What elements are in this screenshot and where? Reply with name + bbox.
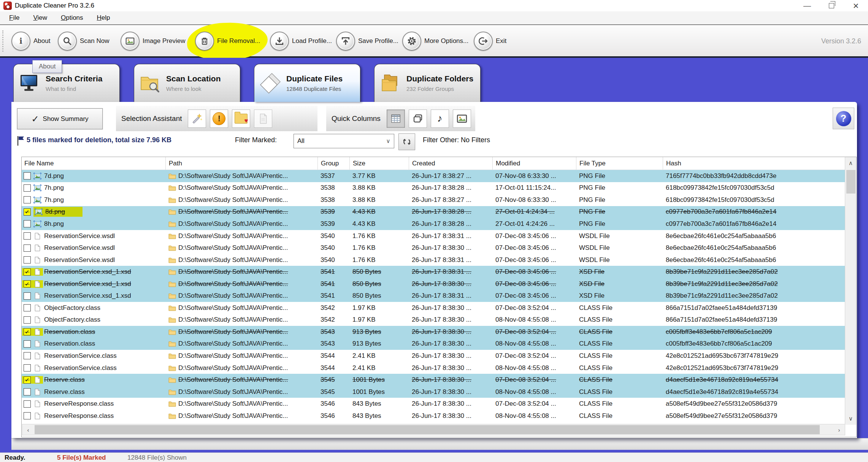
- row-checkbox[interactable]: [24, 400, 31, 408]
- restore-button[interactable]: [819, 0, 844, 11]
- scroll-right-icon[interactable]: ›: [833, 424, 845, 435]
- table-row[interactable]: ✓ ReservationService.xsd_1.xsd D:\Softwa…: [22, 278, 845, 290]
- row-checkbox[interactable]: ✓: [24, 208, 31, 216]
- more-options-button[interactable]: More Options...: [402, 26, 468, 56]
- table-row[interactable]: 7h.png D:\Software\Study Soft\JAVA\Prent…: [22, 182, 845, 194]
- row-checkbox[interactable]: [24, 256, 31, 264]
- column-header-modified[interactable]: Modified: [492, 157, 576, 170]
- tab-duplicate-files[interactable]: Duplicate Files12848 Duplicate Files: [254, 64, 360, 102]
- toolbar-gripper[interactable]: [2, 30, 3, 52]
- file-path: D:\Software\Study Soft\JAVA\Prentic...: [178, 184, 288, 192]
- table-row[interactable]: ✓ 8d.png D:\Software\Study Soft\JAVA\Pre…: [22, 206, 845, 218]
- tab-search-criteria[interactable]: Search CriteriaWhat to find: [13, 64, 120, 102]
- monitor-icon: [19, 73, 40, 94]
- row-checkbox[interactable]: [24, 172, 31, 179]
- minimize-button[interactable]: —: [795, 0, 819, 11]
- column-header-created[interactable]: Created: [409, 157, 492, 170]
- exclamation-icon[interactable]: !: [210, 110, 228, 128]
- table-row[interactable]: ReserveResponse.class D:\Software\Study …: [22, 410, 845, 422]
- table-row[interactable]: 7d.png D:\Software\Study Soft\JAVA\Prent…: [22, 170, 845, 182]
- table-row[interactable]: Reserve.class D:\Software\Study Soft\JAV…: [22, 386, 845, 398]
- scroll-left-icon[interactable]: ‹: [22, 424, 34, 435]
- table-row[interactable]: ReservationService.wsdl D:\Software\Stud…: [22, 254, 845, 266]
- vertical-scrollbar[interactable]: ∧ ∨: [845, 157, 856, 425]
- table-row[interactable]: ✓ ReservationService.xsd_1.xsd D:\Softwa…: [22, 266, 845, 278]
- row-checkbox[interactable]: [24, 196, 31, 203]
- table-row[interactable]: 8h.png D:\Software\Study Soft\JAVA\Prent…: [22, 218, 845, 230]
- windows-columns-icon[interactable]: [409, 110, 427, 128]
- grid-columns-icon[interactable]: [387, 110, 405, 128]
- row-checkbox[interactable]: [24, 304, 31, 311]
- check-icon: ✓: [31, 114, 39, 124]
- table-row[interactable]: ✓ Reserve.class D:\Software\Study Soft\J…: [22, 374, 845, 386]
- table-row[interactable]: ObjectFactory.class D:\Software\Study So…: [22, 314, 845, 326]
- column-header-path[interactable]: Path: [165, 157, 317, 170]
- row-checkbox[interactable]: [24, 352, 31, 359]
- row-checkbox[interactable]: [24, 292, 31, 300]
- refresh-button[interactable]: [398, 133, 415, 150]
- image-columns-icon[interactable]: [453, 110, 471, 128]
- column-header-group[interactable]: Group: [317, 157, 349, 170]
- exit-button[interactable]: Exit: [474, 26, 506, 56]
- row-checkbox[interactable]: ✓: [24, 328, 31, 335]
- menu-file[interactable]: File: [6, 13, 22, 23]
- vertical-scroll-thumb[interactable]: [846, 170, 855, 194]
- row-checkbox[interactable]: ✓: [24, 280, 31, 287]
- load-profile-button[interactable]: Load Profile...: [270, 26, 332, 56]
- row-checkbox[interactable]: [24, 232, 31, 240]
- table-row[interactable]: ReserveResponse.class D:\Software\Study …: [22, 398, 845, 410]
- group-cell: 3546: [317, 400, 349, 408]
- table-row[interactable]: ReservationService.wsdl D:\Software\Stud…: [22, 230, 845, 242]
- row-checkbox[interactable]: [24, 364, 31, 372]
- file-removal-button[interactable]: File Removal...: [195, 26, 260, 56]
- column-header-file-name[interactable]: File Name: [22, 157, 165, 170]
- menu-view[interactable]: View: [30, 13, 50, 23]
- scroll-down-icon[interactable]: ∨: [845, 413, 856, 425]
- table-row[interactable]: ✓ Reservation.class D:\Software\Study So…: [22, 326, 845, 338]
- file-type-cell: CLASS File: [576, 376, 663, 384]
- column-header-size[interactable]: Size: [349, 157, 409, 170]
- tab-scan-location[interactable]: Scan LocationWhere to look: [134, 64, 240, 102]
- about-button[interactable]: i About: [11, 26, 50, 56]
- table-row[interactable]: ReservationService.class D:\Software\Stu…: [22, 350, 845, 362]
- table-row[interactable]: ReservationService.wsdl D:\Software\Stud…: [22, 242, 845, 254]
- scroll-up-icon[interactable]: ∧: [845, 157, 856, 169]
- row-checkbox[interactable]: ✓: [24, 268, 31, 276]
- table-row[interactable]: ReservationService.class D:\Software\Stu…: [22, 362, 845, 374]
- close-button[interactable]: ×: [844, 0, 868, 11]
- row-checkbox[interactable]: [24, 316, 31, 324]
- row-checkbox[interactable]: [24, 220, 31, 227]
- row-checkbox[interactable]: [24, 340, 31, 348]
- table-row[interactable]: ReservationService.xsd_1.xsd D:\Software…: [22, 290, 845, 302]
- show-summary-button[interactable]: ✓ Show Summary: [17, 108, 103, 129]
- save-profile-button[interactable]: Save Profile...: [336, 26, 398, 56]
- row-checkbox[interactable]: [24, 412, 31, 419]
- row-checkbox[interactable]: [24, 244, 31, 252]
- row-checkbox[interactable]: [24, 184, 31, 192]
- tab-duplicate-folders[interactable]: Duplicate Folders232 Folder Groups: [374, 64, 481, 102]
- table-row[interactable]: Reservation.class D:\Software\Study Soft…: [22, 338, 845, 350]
- document-disabled-icon[interactable]: [254, 110, 272, 128]
- table-row[interactable]: 7h.png D:\Software\Study Soft\JAVA\Prent…: [22, 194, 845, 206]
- folder-heart-icon[interactable]: ♥: [232, 110, 250, 128]
- group-cell: 3541: [317, 280, 349, 288]
- image-preview-button[interactable]: File Removal... Image Preview: [121, 26, 185, 56]
- horizontal-scrollbar[interactable]: ‹ ›: [22, 424, 845, 435]
- row-checkbox[interactable]: ✓: [24, 376, 31, 384]
- file-path: D:\Software\Study Soft\JAVA\Prentic...: [178, 172, 288, 180]
- table-row[interactable]: ObjectFactory.class D:\Software\Study So…: [22, 302, 845, 314]
- menu-help[interactable]: Help: [94, 13, 113, 23]
- info-icon: i: [11, 32, 30, 51]
- magic-wand-icon[interactable]: [188, 110, 206, 128]
- help-button[interactable]: ?: [833, 108, 854, 129]
- size-cell: 1001 Bytes: [349, 388, 409, 396]
- horizontal-scroll-thumb[interactable]: [35, 425, 820, 434]
- column-header-hash[interactable]: Hash: [663, 157, 845, 170]
- filter-marked-dropdown[interactable]: All ∨: [294, 134, 394, 148]
- column-header-file-type[interactable]: File Type: [576, 157, 663, 170]
- music-note-icon[interactable]: ♪: [431, 110, 449, 128]
- folder-icon: [168, 365, 176, 371]
- row-checkbox[interactable]: [24, 388, 31, 395]
- menu-options[interactable]: Options: [58, 13, 86, 23]
- scan-now-button[interactable]: Scan Now: [58, 26, 109, 56]
